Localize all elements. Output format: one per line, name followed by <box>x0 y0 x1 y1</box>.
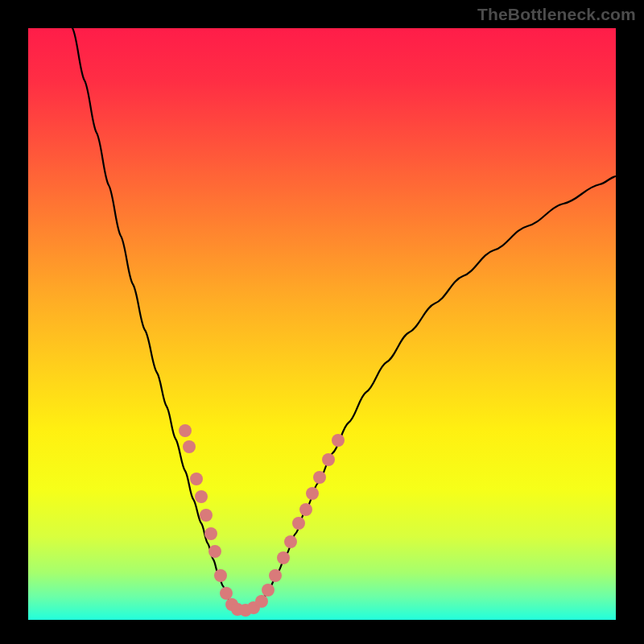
highlight-point <box>299 503 312 516</box>
highlight-point <box>214 569 227 582</box>
highlight-point <box>262 584 275 597</box>
highlight-point <box>277 551 290 564</box>
highlight-point <box>255 595 268 608</box>
highlight-point <box>322 453 335 466</box>
highlight-point <box>220 587 233 600</box>
highlight-point <box>208 545 221 558</box>
highlight-point <box>200 509 213 522</box>
highlight-point <box>269 569 282 582</box>
highlight-point <box>179 424 192 437</box>
highlight-point <box>195 490 208 503</box>
watermark-label: TheBottleneck.com <box>477 5 636 24</box>
highlight-point <box>292 517 305 530</box>
highlight-point <box>284 535 297 548</box>
highlight-point <box>313 471 326 484</box>
chart-frame: TheBottleneck.com <box>0 0 644 644</box>
series-right-curve <box>242 176 616 610</box>
highlight-point <box>204 527 217 540</box>
series-left-curve <box>72 28 242 610</box>
highlight-point <box>306 487 319 500</box>
highlight-point <box>332 434 345 447</box>
highlight-point <box>183 440 196 453</box>
plot-area <box>28 28 616 620</box>
curves-layer <box>28 28 616 620</box>
highlight-point <box>190 473 203 485</box>
